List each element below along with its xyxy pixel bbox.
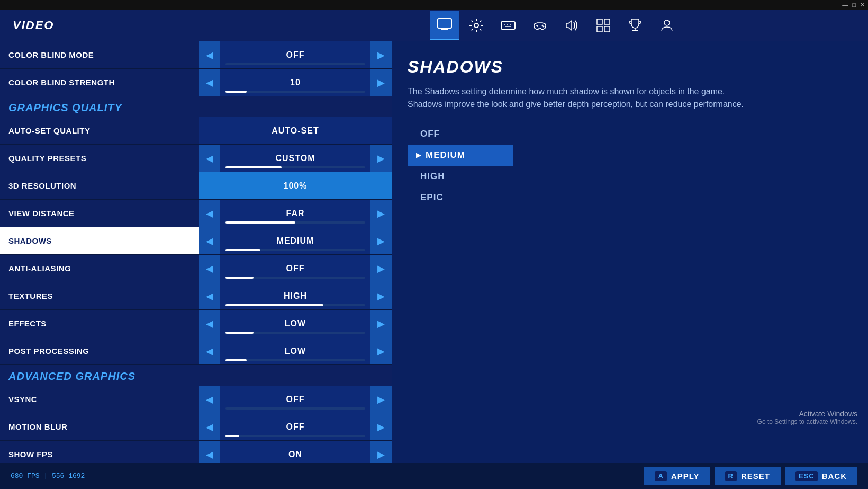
shadows-row: SHADOWS ◀ MEDIUM ▶ bbox=[0, 227, 392, 255]
nav-account-button[interactable] bbox=[652, 11, 682, 40]
back-button[interactable]: ESC BACK bbox=[785, 467, 857, 485]
color-blind-mode-next[interactable]: ▶ bbox=[370, 41, 392, 68]
vsync-next[interactable]: ▶ bbox=[370, 386, 392, 413]
view-distance-value: FAR bbox=[286, 209, 305, 218]
option-epic[interactable]: EPIC bbox=[408, 187, 513, 208]
apply-key-badge: A bbox=[655, 471, 666, 481]
show-fps-row: SHOW FPS ◀ ON ▶ bbox=[0, 441, 392, 463]
nav-icons bbox=[243, 11, 868, 40]
nav-controller-button[interactable] bbox=[525, 11, 555, 40]
apply-button[interactable]: A APPLY bbox=[644, 467, 710, 485]
post-processing-slider-fill bbox=[225, 359, 247, 361]
color-blind-mode-label: COLOR BLIND MODE bbox=[8, 50, 199, 59]
page-title: VIDEO bbox=[0, 19, 243, 32]
anti-aliasing-prev[interactable]: ◀ bbox=[199, 255, 220, 282]
quality-presets-label: QUALITY PRESETS bbox=[8, 154, 199, 163]
textures-prev[interactable]: ◀ bbox=[199, 282, 220, 309]
reset-key-badge: R bbox=[725, 471, 737, 481]
effects-next[interactable]: ▶ bbox=[370, 310, 392, 337]
show-fps-control: ◀ ON ▶ bbox=[199, 441, 392, 463]
motion-blur-slider bbox=[225, 435, 365, 437]
view-distance-row: VIEW DISTANCE ◀ FAR ▶ bbox=[0, 200, 392, 227]
post-processing-next[interactable]: ▶ bbox=[370, 337, 392, 364]
motion-blur-next[interactable]: ▶ bbox=[370, 413, 392, 440]
motion-blur-label: MOTION BLUR bbox=[8, 422, 199, 431]
effects-prev[interactable]: ◀ bbox=[199, 310, 220, 337]
settings-panel: COLOR BLIND MODE ◀ OFF ▶ COLOR BLIND STR… bbox=[0, 41, 392, 463]
minimize-button[interactable]: — bbox=[842, 2, 848, 8]
nav-video-button[interactable] bbox=[430, 11, 459, 40]
anti-aliasing-row: ANTI-ALIASING ◀ OFF ▶ bbox=[0, 255, 392, 282]
textures-next[interactable]: ▶ bbox=[370, 282, 392, 309]
post-processing-value: LOW bbox=[285, 346, 306, 356]
shadows-label: SHADOWS bbox=[8, 236, 199, 245]
color-blind-strength-control: ◀ 10 ▶ bbox=[199, 69, 392, 96]
effects-label: EFFECTS bbox=[8, 319, 199, 328]
motion-blur-slider-fill bbox=[225, 435, 239, 437]
quality-presets-row: QUALITY PRESETS ◀ CUSTOM ▶ bbox=[0, 145, 392, 172]
shadows-slider-fill bbox=[225, 249, 260, 251]
show-fps-next[interactable]: ▶ bbox=[370, 441, 392, 463]
option-medium[interactable]: ▶ MEDIUM bbox=[408, 145, 513, 166]
motion-blur-prev[interactable]: ◀ bbox=[199, 413, 220, 440]
quality-presets-value: CUSTOM bbox=[275, 154, 315, 163]
main-content: COLOR BLIND MODE ◀ OFF ▶ COLOR BLIND STR… bbox=[0, 41, 868, 463]
option-off[interactable]: OFF bbox=[408, 123, 513, 145]
resolution-3d-value-box: 100% bbox=[199, 172, 392, 199]
show-fps-prev[interactable]: ◀ bbox=[199, 441, 220, 463]
shadows-next[interactable]: ▶ bbox=[370, 227, 392, 254]
show-fps-value-box: ON bbox=[220, 441, 370, 463]
anti-aliasing-next[interactable]: ▶ bbox=[370, 255, 392, 282]
option-high[interactable]: HIGH bbox=[408, 166, 513, 187]
activate-windows-title: Activate Windows bbox=[757, 410, 857, 418]
vsync-row: VSYNC ◀ OFF ▶ bbox=[0, 386, 392, 413]
view-distance-prev[interactable]: ◀ bbox=[199, 200, 220, 227]
quality-presets-value-box: CUSTOM bbox=[220, 145, 370, 172]
bottom-actions: A APPLY R RESET ESC BACK bbox=[644, 467, 857, 485]
anti-aliasing-slider-fill bbox=[225, 277, 254, 279]
svg-point-12 bbox=[543, 26, 545, 28]
shadows-value-box: MEDIUM bbox=[220, 227, 370, 254]
close-button[interactable]: ✕ bbox=[860, 2, 865, 8]
color-blind-strength-slider bbox=[225, 91, 365, 93]
view-distance-next[interactable]: ▶ bbox=[370, 200, 392, 227]
anti-aliasing-slider bbox=[225, 277, 365, 279]
color-blind-strength-prev[interactable]: ◀ bbox=[199, 69, 220, 96]
color-blind-strength-slider-fill bbox=[225, 91, 247, 93]
color-blind-strength-next[interactable]: ▶ bbox=[370, 69, 392, 96]
nav-keyboard-button[interactable] bbox=[493, 11, 523, 40]
speaker-icon bbox=[564, 17, 580, 33]
reset-button[interactable]: R RESET bbox=[715, 467, 781, 485]
color-blind-strength-label: COLOR BLIND STRENGTH bbox=[8, 78, 199, 87]
nav-settings-button[interactable] bbox=[462, 11, 491, 40]
activate-windows: Activate Windows Go to Settings to activ… bbox=[757, 410, 857, 425]
person-icon bbox=[659, 17, 675, 33]
reset-label: RESET bbox=[741, 472, 770, 481]
quality-presets-prev[interactable]: ◀ bbox=[199, 145, 220, 172]
anti-aliasing-control: ◀ OFF ▶ bbox=[199, 255, 392, 282]
auto-set-quality-value-box: AUTO-SET bbox=[199, 117, 392, 144]
nav-hud-button[interactable] bbox=[589, 11, 618, 40]
vsync-control: ◀ OFF ▶ bbox=[199, 386, 392, 413]
post-processing-prev[interactable]: ◀ bbox=[199, 337, 220, 364]
view-distance-value-box: FAR bbox=[220, 200, 370, 227]
view-distance-slider bbox=[225, 221, 365, 224]
shadows-prev[interactable]: ◀ bbox=[199, 227, 220, 254]
color-blind-mode-prev[interactable]: ◀ bbox=[199, 41, 220, 68]
motion-blur-value-box: OFF bbox=[220, 413, 370, 440]
show-fps-label: SHOW FPS bbox=[8, 450, 199, 459]
effects-control: ◀ LOW ▶ bbox=[199, 310, 392, 337]
nav-achievements-button[interactable] bbox=[620, 11, 650, 40]
view-distance-label: VIEW DISTANCE bbox=[8, 209, 199, 218]
nav-audio-button[interactable] bbox=[557, 11, 586, 40]
maximize-button[interactable]: □ bbox=[852, 2, 856, 8]
gamepad-icon bbox=[532, 17, 548, 33]
vsync-prev[interactable]: ◀ bbox=[199, 386, 220, 413]
effects-row: EFFECTS ◀ LOW ▶ bbox=[0, 310, 392, 337]
quality-presets-next[interactable]: ▶ bbox=[370, 145, 392, 172]
svg-rect-0 bbox=[438, 19, 451, 28]
view-distance-slider-fill bbox=[225, 221, 295, 224]
grid-icon bbox=[595, 17, 611, 33]
textures-slider-fill bbox=[225, 304, 323, 306]
anti-aliasing-value-box: OFF bbox=[220, 255, 370, 282]
